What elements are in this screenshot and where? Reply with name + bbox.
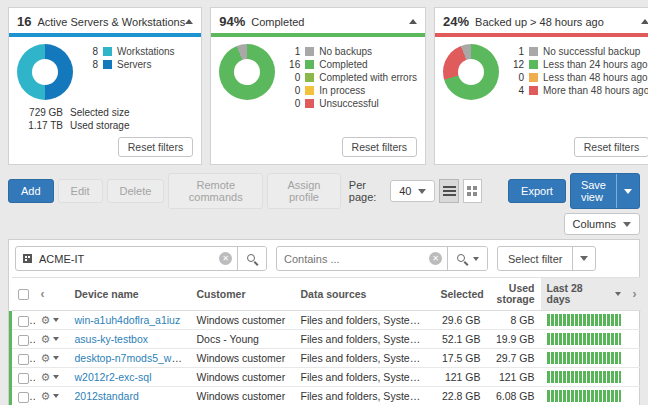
row-checkbox[interactable] bbox=[18, 354, 29, 365]
card-header[interactable]: 24% Backed up > 48 hours ago bbox=[435, 8, 648, 33]
table-row[interactable]: ⚙ win-a1uh4doflra_a1iuz Windows customer… bbox=[11, 311, 641, 330]
row-actions-menu[interactable]: ⚙ bbox=[41, 314, 63, 326]
clear-icon[interactable]: ✕ bbox=[219, 252, 232, 265]
device-name-link[interactable]: asus-ky-testbox bbox=[75, 333, 149, 345]
select-all-checkbox[interactable] bbox=[18, 289, 29, 300]
legend-item[interactable]: 0 In process bbox=[285, 84, 417, 97]
company-search-input[interactable] bbox=[37, 253, 214, 265]
clear-icon[interactable]: ✕ bbox=[429, 252, 442, 265]
legend-swatch bbox=[305, 73, 314, 82]
row-actions-menu[interactable]: ⚙ bbox=[41, 352, 63, 364]
card-title: Active Servers & Workstations bbox=[37, 16, 185, 28]
collapse-caret-icon[interactable] bbox=[641, 19, 648, 24]
col-selected[interactable]: Selected bbox=[435, 278, 487, 311]
chevron-down-icon bbox=[53, 394, 59, 398]
scroll-right-button[interactable]: › bbox=[627, 278, 641, 311]
table-row[interactable]: ⚙ 2012standard Windows customer Files an… bbox=[11, 387, 641, 405]
assign-profile-button[interactable]: Assign profile bbox=[267, 173, 341, 209]
grid-view-toggle[interactable] bbox=[463, 179, 482, 203]
stat-value: 1.17 TB bbox=[21, 119, 63, 132]
backup-history-bar bbox=[547, 333, 621, 345]
legend-value: 0 bbox=[509, 71, 524, 84]
row-actions-menu[interactable]: ⚙ bbox=[41, 333, 63, 345]
add-button[interactable]: Add bbox=[8, 179, 54, 203]
row-checkbox[interactable] bbox=[18, 373, 29, 384]
device-name-link[interactable]: desktop-n7mods5_wa... bbox=[75, 352, 186, 364]
export-button[interactable]: Export bbox=[508, 179, 566, 203]
select-filter-caret[interactable] bbox=[572, 247, 595, 270]
chevron-down-icon bbox=[580, 256, 588, 261]
legend-item[interactable]: 16 Completed bbox=[285, 58, 417, 71]
col-data-sources[interactable]: Data sources bbox=[295, 278, 435, 311]
list-view-toggle[interactable] bbox=[439, 179, 458, 203]
contains-input[interactable] bbox=[277, 253, 424, 265]
card-stats: 729 GB Selected size 1.17 TB Used storag… bbox=[9, 104, 201, 132]
legend-item[interactable]: 12 Less than 24 hours ago bbox=[509, 58, 648, 71]
row-checkbox[interactable] bbox=[18, 316, 29, 327]
table-row[interactable]: ⚙ w2012r2-exc-sql Windows customer Files… bbox=[11, 368, 641, 387]
collapse-column-icon[interactable]: ‹ bbox=[41, 287, 45, 301]
col-device-name[interactable]: Device name bbox=[69, 278, 191, 311]
data-sources-cell: Files and folders, System state bbox=[295, 349, 435, 368]
legend-item[interactable]: 8 Servers bbox=[83, 58, 175, 71]
used-storage-cell: 19.9 GB bbox=[487, 330, 541, 349]
card-active-servers: 16 Active Servers & Workstations 8 Works… bbox=[8, 7, 202, 165]
legend-label: Workstations bbox=[117, 45, 175, 58]
legend: 1 No successful backup 12 Less than 24 h… bbox=[509, 44, 648, 97]
chevron-down-icon bbox=[53, 337, 59, 341]
legend-item[interactable]: 0 Completed with errors bbox=[285, 71, 417, 84]
edit-button[interactable]: Edit bbox=[58, 179, 103, 203]
legend-item[interactable]: 8 Workstations bbox=[83, 45, 175, 58]
save-view-button[interactable]: Save view bbox=[570, 173, 640, 209]
device-name-link[interactable]: win-a1uh4doflra_a1iuz bbox=[75, 314, 181, 326]
row-actions-menu[interactable]: ⚙ bbox=[41, 390, 63, 402]
remote-commands-button[interactable]: Remote commands bbox=[168, 173, 263, 209]
legend-value: 8 bbox=[83, 58, 98, 71]
row-actions-menu[interactable]: ⚙ bbox=[41, 371, 63, 383]
used-storage-cell: 6.08 GB bbox=[487, 387, 541, 405]
collapse-caret-icon[interactable] bbox=[185, 19, 193, 24]
card-header[interactable]: 16 Active Servers & Workstations bbox=[9, 8, 201, 33]
legend-item[interactable]: 1 No successful backup bbox=[509, 45, 648, 58]
reset-filters-button[interactable]: Reset filters bbox=[118, 137, 193, 157]
per-page-select[interactable]: 40 bbox=[390, 180, 435, 202]
data-sources-cell: Files and folders, System stat... bbox=[295, 368, 435, 387]
device-name-link[interactable]: w2012r2-exc-sql bbox=[75, 371, 152, 383]
legend-value: 1 bbox=[285, 45, 300, 58]
reset-filters-button[interactable]: Reset filters bbox=[342, 137, 417, 157]
save-view-dropdown[interactable] bbox=[616, 174, 639, 208]
legend-item[interactable]: 0 Less than 48 hours ago bbox=[509, 71, 648, 84]
legend-swatch bbox=[103, 47, 112, 56]
row-checkbox[interactable] bbox=[18, 335, 29, 346]
contains-search-button[interactable] bbox=[447, 247, 487, 270]
donut-chart-devices bbox=[17, 44, 73, 100]
reset-filters-button[interactable]: Reset filters bbox=[574, 137, 648, 157]
table-row[interactable]: ⚙ asus-ky-testbox Docs - Young Files and… bbox=[11, 330, 641, 349]
card-header[interactable]: 94% Completed bbox=[211, 8, 425, 33]
legend-item[interactable]: 0 Unsuccessful bbox=[285, 97, 417, 110]
col-customer[interactable]: Customer bbox=[191, 278, 295, 311]
selected-cell: 29.6 GB bbox=[435, 311, 487, 330]
stat-selected-size: 729 GB Selected size bbox=[21, 106, 193, 119]
company-search-group: ✕ bbox=[15, 246, 267, 271]
last-28-days-label: Last 28 days bbox=[547, 283, 609, 305]
col-used-storage[interactable]: Used storage bbox=[487, 278, 541, 311]
save-view-label[interactable]: Save view bbox=[571, 174, 616, 208]
select-filter-dropdown[interactable]: Select filter bbox=[497, 246, 596, 271]
legend-value: 12 bbox=[509, 58, 524, 71]
table-row[interactable]: ⚙ desktop-n7mods5_wa... Windows customer… bbox=[11, 349, 641, 368]
legend-item[interactable]: 4 More than 48 hours ago bbox=[509, 84, 648, 97]
device-name-link[interactable]: 2012standard bbox=[75, 390, 139, 402]
columns-button[interactable]: Columns bbox=[564, 213, 640, 235]
card-backed-up-age: 24% Backed up > 48 hours ago 1 No succes… bbox=[434, 7, 648, 165]
stat-label: Used storage bbox=[70, 119, 129, 132]
company-search-button[interactable] bbox=[237, 247, 266, 270]
legend-item[interactable]: 1 No backups bbox=[285, 45, 417, 58]
row-checkbox[interactable] bbox=[18, 392, 29, 403]
summary-cards-row: 16 Active Servers & Workstations 8 Works… bbox=[0, 0, 648, 170]
col-last-28-days[interactable]: Last 28 days bbox=[541, 278, 627, 311]
gear-icon: ⚙ bbox=[41, 314, 51, 326]
legend-value: 0 bbox=[285, 71, 300, 84]
delete-button[interactable]: Delete bbox=[107, 179, 165, 203]
collapse-caret-icon[interactable] bbox=[409, 19, 417, 24]
